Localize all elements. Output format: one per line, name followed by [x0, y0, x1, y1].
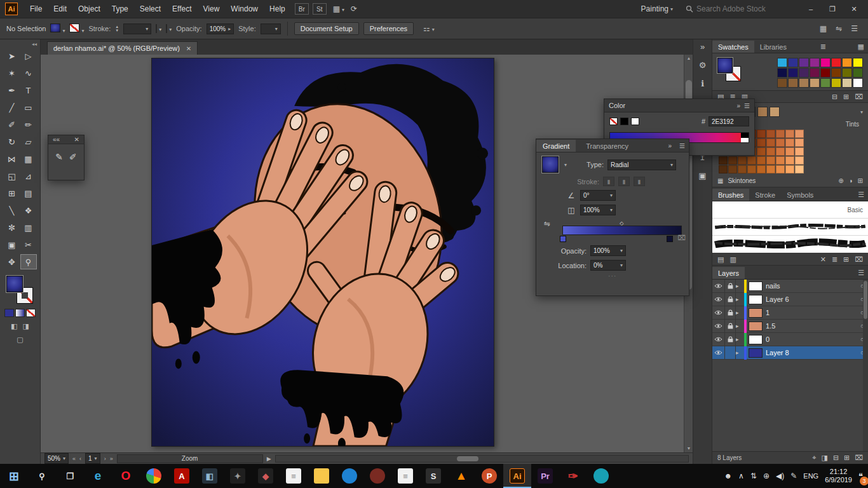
illustrator[interactable]: Ai	[503, 464, 531, 488]
expand-arrow-icon[interactable]: ▸	[736, 309, 744, 316]
variable-width-dropdown[interactable]: ▾	[156, 25, 161, 32]
gradient-tool[interactable]: ▤	[20, 186, 37, 201]
layer-name[interactable]: Layer 6	[766, 295, 857, 303]
new-layer-icon[interactable]: ⊞	[844, 454, 850, 462]
swatch[interactable]	[853, 68, 863, 78]
variation-swatch[interactable]	[785, 147, 794, 156]
dark-app[interactable]: ✦	[224, 464, 252, 488]
menu-item[interactable]: Type	[106, 2, 134, 16]
layer-name[interactable]: 1.5	[766, 322, 857, 330]
swap-view-icon[interactable]: ⇋	[836, 24, 842, 33]
variation-swatch[interactable]	[795, 139, 804, 147]
visibility-toggle[interactable]	[712, 293, 725, 306]
brush-charcoal-thin[interactable]	[712, 219, 868, 236]
variation-swatch[interactable]	[795, 130, 804, 138]
clock[interactable]: 21:12 6/9/2019	[825, 468, 852, 484]
harmony-swatch[interactable]	[770, 107, 780, 117]
stroke-weight-stepper[interactable]: ▲▼	[115, 25, 119, 32]
swatch[interactable]	[853, 78, 863, 88]
variation-swatch[interactable]	[738, 156, 747, 165]
variation-swatch[interactable]	[766, 165, 775, 173]
start[interactable]: ⊞	[0, 464, 28, 488]
globe-icon[interactable]: ⊕	[838, 177, 843, 184]
close-panel-icon[interactable]: ✕	[74, 136, 79, 143]
swatch[interactable]	[799, 68, 809, 78]
black-swatch[interactable]	[620, 118, 628, 125]
variation-swatch[interactable]	[766, 156, 775, 165]
swatch[interactable]	[831, 68, 841, 78]
new-swatch-icon[interactable]: ⊞	[843, 93, 849, 101]
document-app[interactable]: ≡	[391, 464, 419, 488]
horizontal-scroll-thumb[interactable]	[457, 456, 478, 461]
tab-transparency[interactable]: Transparency	[580, 140, 635, 152]
close-document-icon[interactable]: ✕	[186, 45, 191, 52]
libraries-icon[interactable]: ▣	[698, 171, 706, 180]
settings-icon[interactable]: ⚙	[699, 60, 707, 70]
variation-swatch[interactable]	[728, 156, 737, 165]
document-setup-button[interactable]: Document Setup	[294, 22, 359, 35]
sublime[interactable]: S	[419, 464, 447, 488]
prev-artboard-button[interactable]: ‹	[79, 456, 81, 462]
symbol-sprayer-tool[interactable]: ✼	[4, 220, 20, 235]
hex-value-field[interactable]: 2E3192	[709, 116, 749, 126]
swatch[interactable]	[820, 68, 831, 78]
brush-charcoal-thick[interactable]	[712, 236, 868, 253]
next-artboard-button[interactable]: ›	[104, 456, 106, 462]
gradient-midpoint-icon[interactable]: ◇	[620, 220, 623, 226]
teal-app[interactable]	[587, 464, 615, 488]
remove-brush-stroke-icon[interactable]: ✕	[820, 255, 826, 264]
make-mask-icon[interactable]: ◨	[821, 454, 827, 462]
menu-item[interactable]: View	[198, 2, 226, 16]
lasso-tool[interactable]: ∿	[20, 65, 37, 81]
zoom-tool[interactable]: ⚲	[20, 254, 37, 269]
minimize-button[interactable]: –	[802, 2, 820, 16]
hand-tool[interactable]: ✥	[4, 254, 20, 269]
preferences-button[interactable]: Preferences	[363, 22, 414, 35]
color-app[interactable]: ◆	[252, 464, 280, 488]
gpu-performance-icon[interactable]: ⟳	[351, 4, 357, 13]
edge[interactable]: e	[84, 464, 112, 488]
edit-colors-icon[interactable]: ◑	[849, 177, 853, 184]
layer-row[interactable]: ▸ 1 ○	[712, 306, 868, 320]
search-input[interactable]	[696, 4, 779, 13]
symbol-brush-tool[interactable]: ✐	[69, 152, 77, 162]
scroll-down-icon[interactable]: ▼	[684, 445, 693, 452]
swatch[interactable]	[799, 78, 809, 88]
location-field[interactable]: 0%▾	[590, 260, 626, 271]
toolbar-collapse[interactable]: ◂◂	[0, 39, 40, 48]
align-dropdown-icon[interactable]: ⚏▾	[423, 24, 435, 33]
layer-thumbnail[interactable]	[749, 281, 763, 291]
variation-swatch[interactable]	[738, 165, 747, 173]
layer-row[interactable]: ▸ 0 ○	[712, 333, 868, 346]
variation-swatch[interactable]	[795, 165, 804, 173]
pencil-tool[interactable]: ✏	[20, 117, 37, 132]
tints-label[interactable]: Tints	[846, 121, 859, 128]
none-swatch[interactable]	[609, 118, 618, 125]
powerpoint[interactable]: P	[475, 464, 503, 488]
restore-button[interactable]: ❐	[824, 2, 841, 16]
search[interactable]: ⚲	[28, 464, 56, 488]
variation-swatch[interactable]	[719, 156, 728, 165]
menu-item[interactable]: Object	[72, 2, 106, 16]
stock-search[interactable]	[686, 4, 779, 13]
variation-swatch[interactable]	[776, 156, 785, 165]
swatch[interactable]	[820, 58, 831, 67]
stroke-weight-field[interactable]: ▾	[123, 24, 151, 34]
stroke-within-icon[interactable]: ▮	[603, 177, 614, 186]
brush-options-icon[interactable]: ≣	[832, 255, 837, 264]
visibility-toggle[interactable]	[712, 320, 725, 333]
layer-row[interactable]: ▸ Layer 6 ○	[712, 293, 868, 306]
collapse-panel-icon[interactable]: »	[668, 142, 672, 149]
status-play-icon[interactable]: ▶	[267, 456, 271, 462]
tab-brushes[interactable]: Brushes	[712, 189, 749, 201]
expand-arrow-icon[interactable]: ▸	[736, 349, 744, 356]
layer-name[interactable]: 1	[766, 309, 857, 316]
swatch[interactable]	[810, 68, 820, 78]
menu-item[interactable]: Select	[134, 2, 166, 16]
artboard-number-field[interactable]: 1▾	[85, 453, 100, 464]
variation-swatch[interactable]	[785, 139, 794, 147]
file-explorer[interactable]	[308, 464, 336, 488]
variation-swatch[interactable]	[757, 139, 766, 147]
layers-menu-icon[interactable]: ☰	[854, 269, 868, 279]
first-artboard-button[interactable]: «	[72, 456, 76, 462]
